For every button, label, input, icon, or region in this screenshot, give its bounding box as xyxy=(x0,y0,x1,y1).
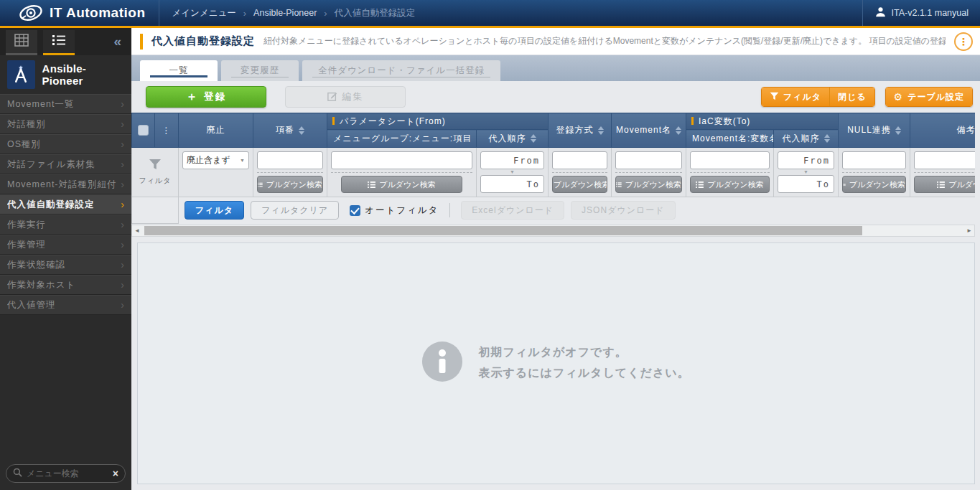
checkbox-checked-icon[interactable] xyxy=(350,205,360,216)
register-button[interactable]: ＋ 登録 xyxy=(146,86,266,108)
column-header-null-link[interactable]: NULL連携 xyxy=(839,113,910,148)
filter-cell-substitution-order-from: ▼ xyxy=(477,148,549,197)
divider xyxy=(331,172,472,173)
filter-cell-item-no: プルダウン検索 xyxy=(253,148,327,197)
app-name: IT Automation xyxy=(50,5,146,21)
sort-icon[interactable] xyxy=(824,134,830,143)
filter-cell-movement-var-name: プルダウン検索 xyxy=(686,148,774,197)
table-settings-button[interactable]: ⚙ テーブル設定 xyxy=(886,88,972,106)
chevron-right-icon: › xyxy=(121,199,124,210)
discard-filter-select[interactable]: 廃止含まず ▼ xyxy=(182,151,249,169)
column-header-menu-group-item[interactable]: メニューグループ:メニュー:項目 xyxy=(327,130,477,148)
sort-icon[interactable] xyxy=(598,126,604,135)
scroll-left-arrow[interactable]: ◄ xyxy=(132,225,142,236)
breadcrumb-separator-icon: › xyxy=(243,8,246,19)
sidebar-item-os-type[interactable]: OS種別› xyxy=(0,134,131,154)
sidebar-collapse-button[interactable]: « xyxy=(103,28,131,55)
menu-search-input[interactable] xyxy=(27,468,108,479)
sidebar-tab-list-view[interactable] xyxy=(43,30,75,55)
column-header-movement-name[interactable]: Movement名 xyxy=(612,113,686,148)
tab-list[interactable]: 一覧 xyxy=(140,60,218,81)
sidebar-item-substitution-auto-registration[interactable]: 代入値自動登録設定› xyxy=(0,194,131,215)
column-header-substitution-order-from[interactable]: 代入順序 xyxy=(477,130,549,148)
main-content: 代入値自動登録設定 紐付対象メニューに登録されているオペレーションとホスト毎の項… xyxy=(131,28,980,490)
substitution-order-to-from-input[interactable] xyxy=(778,151,834,169)
chevron-right-icon: › xyxy=(121,98,124,110)
sort-icon[interactable] xyxy=(531,134,536,143)
scrollbar-thumb[interactable] xyxy=(144,226,862,235)
breadcrumb-ansible-pioneer[interactable]: Ansible-Pioneer xyxy=(253,8,317,18)
menu-group-item-pulldown-search-button[interactable]: プルダウン検索 xyxy=(341,176,462,193)
remarks-filter-input[interactable] xyxy=(914,151,975,169)
sidebar-item-operation-status-check[interactable]: 作業状態確認› xyxy=(0,255,131,275)
registration-method-filter-input[interactable] xyxy=(552,151,607,169)
substitution-order-from-input[interactable] xyxy=(480,151,544,169)
column-header-registration-method[interactable]: 登録方式 xyxy=(549,113,612,148)
chevron-right-icon: › xyxy=(121,239,124,250)
movement-var-name-pulldown-search-button[interactable]: プルダウン検索 xyxy=(690,176,770,193)
app-window: IT Automation メインメニュー › Ansible-Pioneer … xyxy=(0,0,980,490)
select-arrow-icon: ▼ xyxy=(240,158,245,163)
registration-method-pulldown-search-button[interactable]: プルダウン検索 xyxy=(552,176,607,193)
substitution-order-to-input[interactable] xyxy=(480,175,544,193)
chevron-right-icon: › xyxy=(121,299,124,311)
auto-filter-toggle[interactable]: オートフィルタ xyxy=(350,204,439,217)
column-header-remarks[interactable]: 備考 xyxy=(910,113,976,148)
page-title-bar: 代入値自動登録設定 紐付対象メニューに登録されているオペレーションとホスト毎の項… xyxy=(131,28,980,55)
movement-var-name-filter-input[interactable] xyxy=(690,151,770,169)
description-more-button[interactable]: ⋮ xyxy=(954,32,973,51)
sidebar-item-movement-dialog-link[interactable]: Movement-対話種別紐付› xyxy=(0,174,131,194)
horizontal-scrollbar[interactable]: ◄ ► xyxy=(131,225,975,237)
apply-filter-button[interactable]: フィルタ xyxy=(185,201,244,220)
movement-name-filter-input[interactable] xyxy=(615,151,682,169)
sidebar-item-operation-management[interactable]: 作業管理› xyxy=(0,235,131,255)
edit-button[interactable]: 編集 xyxy=(285,86,406,108)
sidebar-tab-grid-view[interactable] xyxy=(6,30,37,55)
sidebar-item-dialog-file-collection[interactable]: 対話ファイル素材集› xyxy=(0,154,131,174)
app-logo[interactable]: IT Automation xyxy=(0,0,159,26)
item-no-filter-input[interactable] xyxy=(257,151,323,169)
null-link-filter-input[interactable] xyxy=(842,151,906,169)
select-all-checkbox[interactable] xyxy=(138,125,149,136)
sidebar-item-target-host[interactable]: 作業対象ホスト› xyxy=(0,275,131,295)
sidebar-item-dialog-type[interactable]: 対話種別› xyxy=(0,114,131,134)
substitution-order-to-to-input[interactable] xyxy=(778,175,834,193)
sidebar: « Ansible-Pioneer Movement一覧› 対話種別› OS種別… xyxy=(0,28,131,490)
range-arrow-icon: ▼ xyxy=(480,169,544,175)
sort-icon[interactable] xyxy=(676,126,681,135)
sidebar-item-operation-execute[interactable]: 作業実行› xyxy=(0,215,131,235)
clear-filter-button[interactable]: フィルタクリア xyxy=(251,201,339,220)
item-no-pulldown-search-button[interactable]: プルダウン検索 xyxy=(257,176,323,193)
user-menu[interactable]: ITA-v2.1.1 manyual xyxy=(862,0,980,26)
grid-icon xyxy=(14,34,29,50)
sort-icon[interactable] xyxy=(299,126,304,135)
movement-name-pulldown-search-button[interactable]: プルダウン検索 xyxy=(615,176,682,193)
json-download-button[interactable]: JSONダウンロード xyxy=(571,201,675,220)
clear-search-icon[interactable]: × xyxy=(113,468,118,479)
column-header-item-no[interactable]: 項番 xyxy=(253,113,327,148)
sidebar-item-movement-list[interactable]: Movement一覧› xyxy=(0,94,131,114)
row-menu-header[interactable]: ⋮ xyxy=(155,113,179,148)
divider xyxy=(914,172,975,173)
filter-open-button[interactable]: フィルタ xyxy=(762,88,829,106)
ansible-pioneer-logo xyxy=(7,60,35,89)
sidebar-menu: Movement一覧› 対話種別› OS種別› 対話ファイル素材集› Movem… xyxy=(0,94,131,315)
column-header-substitution-order-to[interactable]: 代入順序 xyxy=(774,130,839,148)
sidebar-item-substitution-value-management[interactable]: 代入値管理› xyxy=(0,295,131,315)
remarks-pulldown-search-button[interactable]: プルダウン検索 xyxy=(914,176,975,193)
filter-close-button[interactable]: 閉じる xyxy=(829,88,874,106)
breadcrumb-separator-icon: › xyxy=(324,8,327,19)
menu-group-item-filter-input[interactable] xyxy=(331,151,472,169)
filter-cell-discard: 廃止含まず ▼ xyxy=(179,148,253,197)
breadcrumb-main-menu[interactable]: メインメニュー xyxy=(172,7,236,19)
null-link-pulldown-search-button[interactable]: プルダウン検索 xyxy=(842,176,906,193)
filter-row-label-cell: フィルタ xyxy=(132,148,179,197)
excel-download-button[interactable]: Excelダウンロード xyxy=(461,201,564,220)
column-header-movement-var-name[interactable]: Movement名:変数名 xyxy=(686,130,774,148)
edit-pencil-icon xyxy=(327,91,337,103)
scroll-right-arrow[interactable]: ► xyxy=(964,225,974,236)
tab-change-history[interactable]: 変更履歴 xyxy=(221,60,299,81)
sort-icon[interactable] xyxy=(895,126,901,135)
chevron-right-icon: › xyxy=(121,159,124,170)
tab-bulk-download-register[interactable]: 全件ダウンロード・ファイル一括登録 xyxy=(302,60,500,81)
